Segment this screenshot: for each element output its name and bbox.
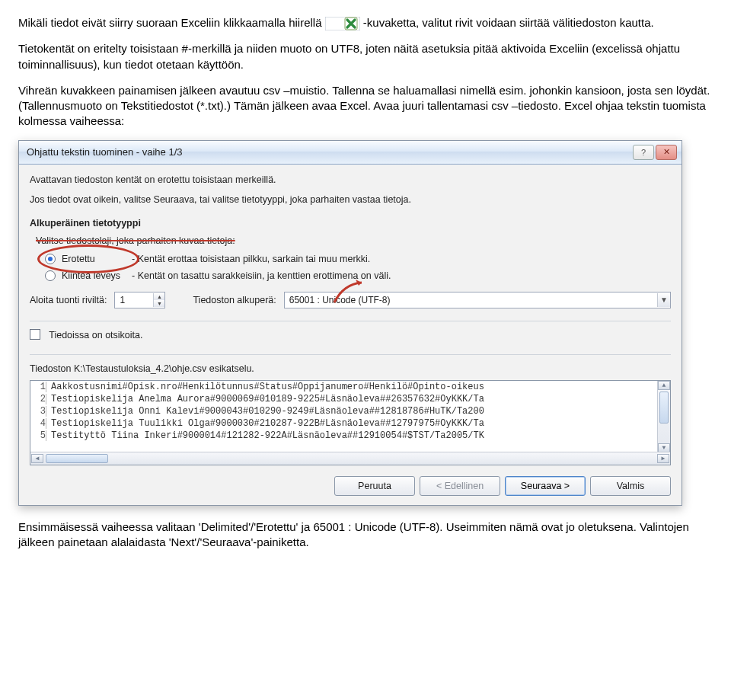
vertical-scrollbar[interactable]: ▲ ▼ <box>657 381 670 452</box>
back-button[interactable]: < Edellinen <box>420 476 500 496</box>
scroll-right-icon[interactable]: ▶ <box>657 454 669 463</box>
radio-delimited-label: Erotettu <box>62 254 132 264</box>
doc-paragraph-1: Mikäli tiedot eivät siirry suoraan Excel… <box>18 15 713 30</box>
headers-checkbox-label: Tiedoissa on otsikoita. <box>49 330 142 340</box>
chooser-prompt: Valitse tiedostolaji, joka parhaiten kuv… <box>36 235 671 248</box>
dialog-titlebar: Ohjattu tekstin tuominen - vaihe 1/3 ? ✕ <box>19 141 682 165</box>
radio-delimited[interactable]: Erotettu - Kentät erottaa toisistaan pil… <box>45 251 671 267</box>
doc-paragraph-4: Ensimmäisessä vaiheessa valitaan 'Delimi… <box>18 519 713 551</box>
preview-line: Testiopiskelija Onni Kalevi#9000043#0102… <box>51 406 484 417</box>
radio-fixed-label: Kiinteä leveys <box>62 270 132 281</box>
preview-line: Aakkostusnimi#Opisk.nro#Henkilötunnus#St… <box>51 382 484 392</box>
chevron-down-icon[interactable]: ▼ <box>154 300 164 307</box>
doc-paragraph-3: Vihreän kuvakkeen painamisen jälkeen ava… <box>18 83 713 129</box>
next-button[interactable]: Seuraava > <box>505 476 586 496</box>
chevron-up-icon[interactable]: ▲ <box>154 293 164 300</box>
start-row-label: Aloita tuonti riviltä: <box>30 295 107 305</box>
dialog-title: Ohjattu tekstin tuominen - vaihe 1/3 <box>27 146 183 158</box>
group-title: Alkuperäinen tietotyyppi <box>30 217 671 230</box>
headers-checkbox[interactable] <box>30 329 40 340</box>
preview-line: Testiopiskelija Anelma Aurora#9000069#01… <box>51 394 484 404</box>
preview-box: 1Aakkostusnimi#Opisk.nro#Henkilötunnus#S… <box>30 380 671 465</box>
cancel-button[interactable]: Peruuta <box>334 476 415 496</box>
scroll-left-icon[interactable]: ◀ <box>31 454 43 463</box>
p1-part-a: Mikäli tiedot eivät siirry suoraan Excel… <box>18 16 325 29</box>
scroll-thumb[interactable] <box>659 392 669 424</box>
preview-label: Tiedoston K:\Testaustuloksia_4.2\ohje.cs… <box>30 363 671 376</box>
text-import-wizard-dialog: Ohjattu tekstin tuominen - vaihe 1/3 ? ✕… <box>18 140 682 506</box>
start-row-value: 1 <box>115 295 153 305</box>
doc-paragraph-2: Tietokentät on eritelty toisistaan #-mer… <box>18 41 713 72</box>
file-origin-dropdown[interactable]: 65001 : Unicode (UTF-8) ▼ <box>284 292 671 308</box>
finish-button[interactable]: Valmis <box>590 476 671 496</box>
divider <box>30 321 671 321</box>
help-button[interactable]: ? <box>633 145 654 160</box>
preview-line: Testiopiskelija Tuulikki Olga#9000030#21… <box>51 418 484 429</box>
dialog-subtext: Jos tiedot ovat oikein, valitse Seuraava… <box>30 193 671 206</box>
preview-line: Testityttö Tiina Inkeri#9000014#121282-9… <box>51 430 484 441</box>
radio-icon <box>45 270 56 281</box>
scroll-thumb[interactable] <box>46 454 108 463</box>
horizontal-scrollbar[interactable]: ◀ ▶ <box>30 452 670 465</box>
radio-icon <box>45 254 56 264</box>
file-origin-label: Tiedoston alkuperä: <box>193 295 276 305</box>
radio-fixed-width[interactable]: Kiinteä leveys - Kentät on tasattu sarak… <box>45 267 671 284</box>
radio-delimited-desc: - Kentät erottaa toisistaan pilkku, sark… <box>132 254 370 264</box>
p1-part-b: -kuvaketta, valitut rivit voidaan siirtä… <box>363 16 654 29</box>
excel-export-icon <box>325 17 360 30</box>
scroll-up-icon[interactable]: ▲ <box>658 381 670 390</box>
start-row-spinner[interactable]: 1 ▲▼ <box>114 292 165 308</box>
radio-fixed-desc: - Kentät on tasattu sarakkeisiin, ja ken… <box>132 270 391 281</box>
close-button[interactable]: ✕ <box>656 145 677 160</box>
divider <box>30 354 671 355</box>
file-origin-value: 65001 : Unicode (UTF-8) <box>285 295 657 305</box>
chevron-down-icon[interactable]: ▼ <box>657 293 670 307</box>
dialog-intro: Avattavan tiedoston kentät on erotettu t… <box>30 174 671 187</box>
